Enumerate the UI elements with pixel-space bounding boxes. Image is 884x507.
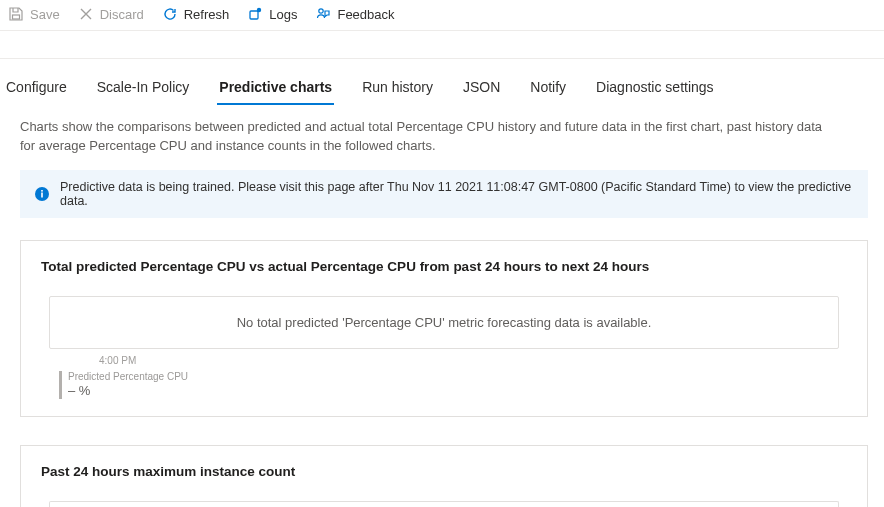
tab-scale-in-policy[interactable]: Scale-In Policy — [95, 73, 192, 105]
save-label: Save — [30, 7, 60, 22]
panel-predicted-cpu: Total predicted Percentage CPU vs actual… — [20, 240, 868, 417]
save-button[interactable]: Save — [8, 6, 60, 22]
panel-predicted-cpu-title: Total predicted Percentage CPU vs actual… — [41, 259, 847, 274]
svg-rect-5 — [41, 192, 43, 197]
axis-tick-label: 4:00 PM — [99, 355, 847, 366]
no-instance-count-message: No instance count data is available. — [49, 501, 839, 507]
save-icon — [8, 6, 24, 22]
feedback-icon — [315, 6, 331, 22]
tab-json[interactable]: JSON — [461, 73, 502, 105]
logs-icon — [247, 6, 263, 22]
tab-configure[interactable]: Configure — [4, 73, 69, 105]
info-icon — [34, 186, 50, 202]
command-bar: Save Discard Refresh Logs — [0, 0, 884, 31]
tab-diagnostic-settings[interactable]: Diagnostic settings — [594, 73, 716, 105]
feedback-button[interactable]: Feedback — [315, 6, 394, 22]
svg-point-2 — [257, 8, 261, 12]
tab-run-history[interactable]: Run history — [360, 73, 435, 105]
legend-value: – % — [68, 383, 188, 400]
refresh-label: Refresh — [184, 7, 230, 22]
svg-rect-1 — [250, 11, 258, 19]
svg-rect-6 — [41, 190, 43, 192]
legend-swatch — [59, 371, 62, 399]
discard-label: Discard — [100, 7, 144, 22]
tab-notify[interactable]: Notify — [528, 73, 568, 105]
page-description: Charts show the comparisons between pred… — [20, 118, 880, 156]
refresh-icon — [162, 6, 178, 22]
legend-item: Predicted Percentage CPU – % — [59, 370, 847, 400]
logs-button[interactable]: Logs — [247, 6, 297, 22]
panel-instance-count: Past 24 hours maximum instance count No … — [20, 445, 868, 507]
tab-predictive-charts[interactable]: Predictive charts — [217, 73, 334, 105]
panel-instance-count-title: Past 24 hours maximum instance count — [41, 464, 847, 479]
tab-bar: Configure Scale-In Policy Predictive cha… — [0, 59, 884, 106]
no-forecast-message: No total predicted 'Percentage CPU' metr… — [49, 296, 839, 349]
info-banner-text: Predictive data is being trained. Please… — [60, 180, 854, 208]
discard-button[interactable]: Discard — [78, 6, 144, 22]
feedback-label: Feedback — [337, 7, 394, 22]
spacer — [0, 31, 884, 59]
svg-point-3 — [319, 9, 323, 13]
svg-rect-0 — [13, 15, 20, 19]
logs-label: Logs — [269, 7, 297, 22]
info-banner: Predictive data is being trained. Please… — [20, 170, 868, 218]
refresh-button[interactable]: Refresh — [162, 6, 230, 22]
content-area: Charts show the comparisons between pred… — [0, 106, 884, 507]
chart-axis-remnant: 4:00 PM Predicted Percentage CPU – % — [41, 355, 847, 400]
close-icon — [78, 6, 94, 22]
legend-label: Predicted Percentage CPU — [68, 370, 188, 383]
